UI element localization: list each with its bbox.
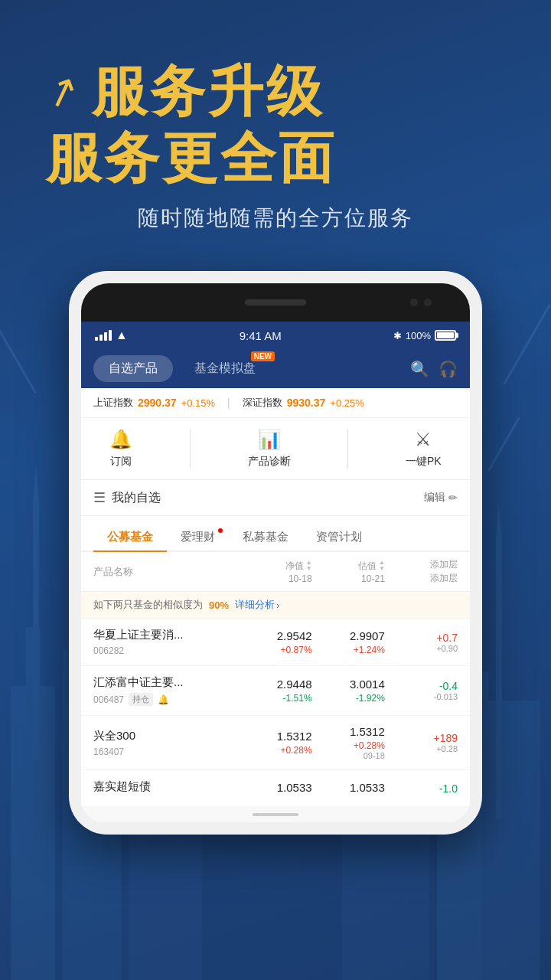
th-add-label: 添加层 [430, 558, 458, 571]
th-nav[interactable]: 净值 ▲▼ 10-18 [239, 560, 311, 584]
fund-info-1: 华夏上证主要消... 006282 [93, 628, 239, 656]
category-tabs[interactable]: 公募基金 爱理财 私募基金 资管计划 [81, 516, 470, 552]
phone-outer-frame: ▲ 9:41 AM ✱ 100% 自选产品 基金模拟盘 NEW [69, 271, 482, 835]
fund-est-chg-3: +0.28% [312, 740, 385, 751]
fund-add-1: +0.7 +0.90 [385, 632, 458, 653]
cat-tab-asset[interactable]: 资管计划 [302, 524, 376, 550]
nav-tab-zixuan[interactable]: 自选产品 [93, 355, 173, 382]
hero-subtitle: 随时随地随需的全方位服务 [46, 204, 505, 233]
watchlist-header: ☰ 我的自选 编辑 ✏ [81, 480, 470, 516]
fund-nav-val-2: 2.9448 [239, 678, 311, 691]
fund-est-val-2: 3.0014 [312, 678, 385, 691]
fund-est-val-3: 1.5312 [312, 725, 385, 738]
func-subscribe[interactable]: 🔔 订阅 [109, 429, 132, 469]
fund-est-1: 2.9907 +1.24% [312, 629, 385, 655]
fund-code-2: 006487 持仓 🔔 [93, 693, 239, 706]
watchlist-title-area: ☰ 我的自选 [93, 489, 161, 506]
th-nav-label: 净值 [285, 560, 304, 573]
fund-name-3: 兴全300 [93, 729, 239, 743]
phone-cameras [410, 299, 432, 306]
th-add: 添加层 添加层 [385, 558, 458, 585]
phone-cam-2 [424, 299, 432, 306]
fund-nav-3: 1.5312 +0.28% [239, 730, 311, 756]
subscribe-label: 订阅 [110, 455, 132, 469]
hero-title-text2: 服务更全面 [46, 128, 505, 188]
fund-add-extra-1: +0.90 [385, 644, 458, 653]
fund-est-val-1: 2.9907 [312, 629, 385, 642]
hero-title-text1: 服务升级 [92, 61, 324, 122]
fund-nav-val-1: 2.9542 [239, 629, 311, 642]
fund-nav-4: 1.0533 [239, 781, 311, 796]
home-indicator [253, 813, 298, 816]
th-est-date: 10-21 [361, 573, 385, 584]
cat-tab-wealth-label: 爱理财 [181, 530, 215, 543]
fund-nav-chg-3: +0.28% [239, 745, 311, 756]
sh-value: 2990.37 [138, 397, 177, 409]
fund-row-2[interactable]: 汇添富中证主要... 006487 持仓 🔔 2.9448 -1.51% 3.0… [81, 666, 470, 716]
battery-icon [435, 330, 456, 341]
func-divider-1 [190, 429, 191, 469]
similarity-link-text: 详细分析 [235, 598, 275, 612]
nav-tab-jijin[interactable]: 基金模拟盘 NEW [179, 355, 271, 382]
th-name: 产品名称 [93, 565, 239, 579]
phone-screen: ▲ 9:41 AM ✱ 100% 自选产品 基金模拟盘 NEW [81, 322, 470, 822]
fund-row-1[interactable]: 华夏上证主要消... 006282 2.9542 +0.87% 2.9907 +… [81, 619, 470, 666]
fund-row-4[interactable]: 嘉实超短债 1.0533 1.0533 -1.0 [81, 770, 470, 807]
pk-label: 一键PK [406, 455, 442, 469]
th-est[interactable]: 估值 ▲▼ 10-21 [312, 560, 385, 584]
signal-bar-3 [104, 332, 107, 341]
signal-bars [95, 330, 112, 341]
market-ticker: 上证指数 2990.37 +0.15% | 深证指数 9930.37 +0.25… [81, 388, 470, 418]
new-badge: NEW [251, 351, 275, 361]
ticker-divider: | [227, 397, 230, 409]
fund-bell-2[interactable]: 🔔 [158, 694, 169, 705]
phone-bottom-bar [81, 807, 470, 822]
fund-est-2: 3.0014 -1.92% [312, 678, 385, 704]
fund-est-chg-2: -1.92% [312, 693, 385, 704]
fund-code-3: 163407 [93, 746, 239, 757]
func-diagnose[interactable]: 📊 产品诊断 [248, 429, 291, 469]
hero-section: ↗ 服务升级 服务更全面 随时随地随需的全方位服务 [0, 0, 551, 256]
similarity-pct: 90% [209, 599, 229, 611]
cat-tab-public[interactable]: 公募基金 [93, 524, 167, 550]
headset-icon[interactable]: 🎧 [439, 360, 458, 378]
th-add-label2: 添加层 [430, 572, 458, 585]
pk-icon: ⚔ [415, 429, 432, 450]
signal-bar-2 [99, 335, 103, 341]
fund-row-3[interactable]: 兴全300 163407 1.5312 +0.28% 1.5312 +0.28%… [81, 716, 470, 770]
watchlist-title-text: 我的自选 [112, 490, 161, 506]
bluetooth-icon: ✱ [393, 330, 402, 341]
nav-sort-arrows: ▲▼ [306, 560, 312, 572]
status-right: ✱ 100% [393, 330, 456, 341]
sh-change: +0.15% [181, 397, 215, 409]
fund-add-val-4: -1.0 [385, 782, 458, 795]
sz-change: +0.25% [330, 397, 364, 409]
status-time: 9:41 AM [240, 329, 282, 342]
fund-add-extra-2: -0.013 [385, 692, 458, 701]
cat-tab-wealth[interactable]: 爱理财 [167, 524, 229, 550]
search-icon[interactable]: 🔍 [410, 360, 429, 378]
edit-button[interactable]: 编辑 ✏ [424, 491, 458, 505]
fund-tag-2: 持仓 [129, 693, 153, 706]
cat-tab-private-label: 私募基金 [243, 530, 289, 543]
app-nav-bar[interactable]: 自选产品 基金模拟盘 NEW 🔍 🎧 [81, 349, 470, 388]
similarity-prefix: 如下两只基金的相似度为 [93, 598, 203, 612]
th-nav-date: 10-18 [289, 573, 312, 584]
fund-nav-2: 2.9448 -1.51% [239, 678, 311, 704]
signal-bar-4 [109, 330, 112, 341]
fund-add-3: +189 +0.28 [385, 732, 458, 753]
similarity-link[interactable]: 详细分析 › [235, 598, 279, 612]
status-bar: ▲ 9:41 AM ✱ 100% [81, 322, 470, 349]
battery-pct: 100% [406, 330, 431, 341]
diagnose-icon: 📊 [258, 429, 281, 450]
fund-add-extra-3: +0.28 [385, 744, 458, 753]
nav-icons-area: 🔍 🎧 [410, 360, 458, 378]
fund-est-val-4: 1.0533 [312, 781, 385, 794]
wealth-dot [218, 528, 223, 533]
fund-nav-1: 2.9542 +0.87% [239, 629, 311, 655]
func-pk[interactable]: ⚔ 一键PK [406, 429, 442, 469]
edit-icon: ✏ [448, 492, 458, 504]
sz-index: 深证指数 9930.37 +0.25% [243, 396, 364, 410]
fund-add-val-2: -0.4 [385, 680, 458, 692]
cat-tab-private[interactable]: 私募基金 [229, 524, 302, 550]
